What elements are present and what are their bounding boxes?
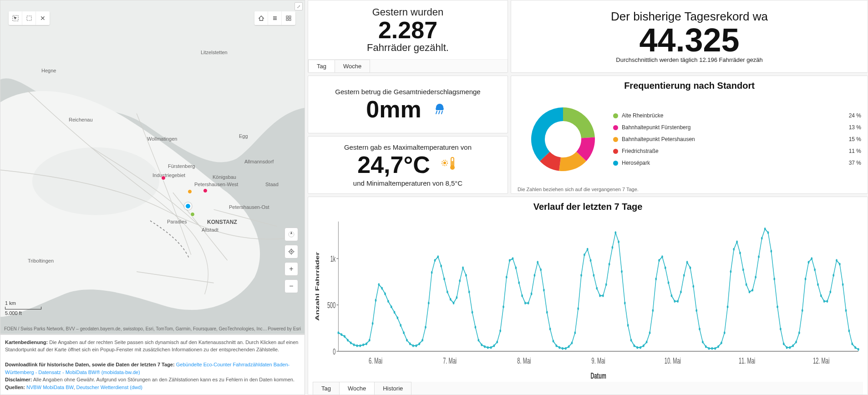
svg-point-200: [830, 291, 832, 294]
svg-point-122: [587, 248, 589, 251]
daily-count-card: Gestern wurden 2.287 Fahrräder gezählt. …: [308, 0, 508, 73]
svg-point-73: [434, 259, 436, 262]
svg-point-14: [291, 251, 292, 252]
svg-point-1: [32, 147, 159, 215]
svg-point-176: [755, 276, 756, 279]
svg-point-182: [773, 278, 775, 280]
legend-item[interactable]: Bahnhaltepunkt Fürstenberg13 %: [613, 124, 861, 131]
temp-card: Gestern gab es Maximaltemperaturen von 2…: [308, 136, 508, 194]
sun-thermometer-icon: [438, 153, 458, 177]
select-tool-button[interactable]: [9, 11, 22, 25]
svg-point-206: [848, 329, 850, 332]
svg-point-57: [384, 293, 386, 295]
trend-tab-woche[interactable]: Woche: [339, 382, 375, 395]
legend-swatch: [613, 161, 618, 166]
svg-text:12. Mai: 12. Mai: [813, 356, 829, 365]
svg-point-153: [683, 274, 685, 277]
tab-woche[interactable]: Woche: [335, 60, 370, 72]
svg-point-119: [577, 307, 579, 310]
svg-point-92: [493, 344, 495, 347]
svg-point-127: [602, 294, 604, 297]
map-station-marker[interactable]: [188, 189, 192, 194]
source-link-mobidata[interactable]: NVBW MobiData BW: [26, 385, 73, 390]
svg-point-86: [475, 326, 477, 329]
svg-point-180: [767, 231, 769, 234]
clear-selection-button[interactable]: ✕: [36, 11, 50, 25]
svg-point-140: [643, 344, 645, 347]
svg-point-131: [614, 231, 616, 234]
svg-point-109: [546, 311, 548, 314]
map-station-marker[interactable]: [190, 212, 195, 217]
svg-point-164: [717, 345, 719, 348]
svg-point-156: [693, 285, 695, 288]
svg-point-155: [690, 267, 691, 269]
svg-point-157: [695, 309, 697, 312]
svg-point-163: [714, 347, 716, 350]
svg-point-187: [789, 346, 791, 349]
rain-card: Gestern betrug die Gesamtniederschlagsme…: [308, 76, 508, 133]
svg-rect-10: [286, 19, 288, 20]
zoom-in-button[interactable]: +: [284, 262, 298, 276]
svg-point-193: [808, 261, 810, 263]
svg-point-64: [406, 339, 408, 341]
svg-point-68: [418, 343, 420, 345]
svg-point-108: [543, 289, 545, 291]
map-station-marker[interactable]: [184, 203, 192, 210]
svg-text:8. Mai: 8. Mai: [517, 356, 531, 365]
map-station-marker[interactable]: [161, 176, 166, 180]
svg-point-159: [702, 341, 704, 344]
svg-point-75: [440, 265, 442, 268]
svg-point-168: [730, 270, 732, 273]
svg-point-58: [387, 300, 389, 303]
zoom-out-button[interactable]: −: [284, 279, 298, 293]
svg-point-44: [344, 335, 345, 338]
rain-label: Gestern betrug die Gesamtniederschlagsme…: [335, 88, 480, 96]
map-station-marker[interactable]: [203, 188, 208, 193]
svg-point-192: [805, 278, 807, 280]
svg-point-202: [836, 259, 838, 262]
svg-point-89: [484, 345, 486, 348]
svg-point-181: [771, 250, 772, 253]
svg-point-100: [518, 281, 520, 284]
count-tabs: Tag Woche: [308, 59, 508, 72]
donut-note: Die Zahlen beziehen sich auf die vergang…: [518, 187, 861, 192]
trend-tab-tag[interactable]: Tag: [313, 382, 340, 395]
svg-point-63: [403, 331, 405, 334]
svg-point-54: [375, 299, 377, 302]
svg-point-179: [764, 228, 766, 230]
svg-point-84: [468, 291, 470, 294]
compass-button[interactable]: [284, 228, 298, 241]
donut-chart: [518, 94, 609, 185]
legend-item[interactable]: Friedrichstraße11 %: [613, 148, 861, 154]
svg-point-80: [456, 296, 458, 299]
svg-point-93: [497, 341, 498, 344]
svg-point-42: [338, 331, 340, 334]
svg-point-147: [665, 267, 666, 269]
svg-point-79: [453, 302, 455, 304]
svg-point-125: [596, 287, 598, 289]
expand-map-button[interactable]: ⤢: [294, 2, 303, 10]
svg-point-183: [777, 305, 778, 308]
svg-point-174: [749, 291, 751, 294]
legend-item[interactable]: Bahnhaltepunkt Petershausen15 %: [613, 136, 861, 142]
trend-tab-historie[interactable]: Historie: [374, 382, 411, 395]
source-link-dwd[interactable]: Deutscher Wetterdienst (dwd): [76, 385, 142, 390]
scale-bar: 1 km 5.000 ft: [5, 300, 41, 316]
locate-button[interactable]: [284, 245, 298, 258]
svg-point-189: [795, 341, 797, 344]
svg-point-66: [412, 344, 414, 347]
layer-list-button[interactable]: [268, 11, 282, 25]
legend-item[interactable]: Herosépark37 %: [613, 160, 861, 166]
home-button[interactable]: [254, 11, 268, 25]
basemap-gallery-button[interactable]: [282, 11, 295, 25]
svg-point-106: [537, 261, 538, 263]
map-container[interactable]: HegneLitzelstettenReichenauWollmatingenE…: [0, 0, 305, 334]
rectangle-tool-button[interactable]: [22, 11, 36, 25]
tab-tag[interactable]: Tag: [308, 60, 335, 72]
svg-point-138: [636, 346, 638, 349]
svg-point-143: [652, 309, 654, 312]
svg-point-104: [531, 293, 533, 295]
legend-item[interactable]: Alte Rheinbrücke24 %: [613, 112, 861, 119]
svg-point-162: [711, 347, 713, 350]
svg-point-118: [574, 331, 576, 334]
